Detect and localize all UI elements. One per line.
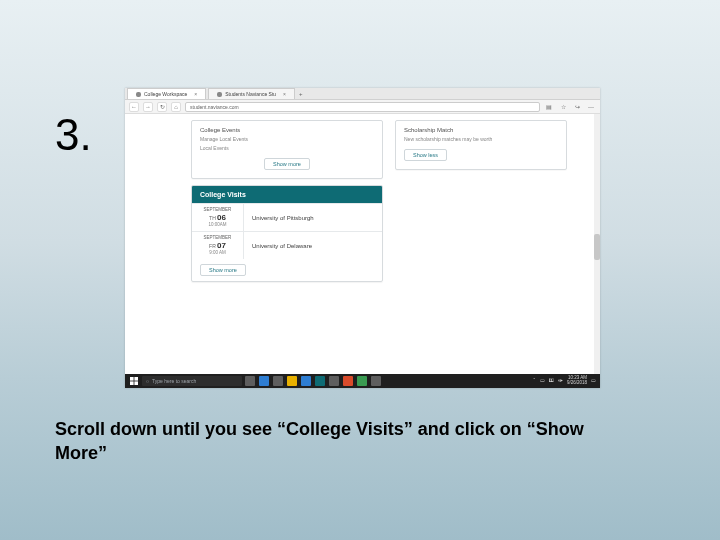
card-line: Manage Local Events bbox=[200, 136, 374, 142]
visit-date: SEPTEMBER FR 07 9:00 AM bbox=[192, 232, 244, 259]
taskbar-app-icon[interactable] bbox=[329, 376, 339, 386]
reader-view-icon[interactable]: ▤ bbox=[544, 102, 554, 112]
college-visit-row[interactable]: SEPTEMBER TH 06 10:00AM University of Pi… bbox=[192, 203, 382, 231]
taskbar-app-icon[interactable] bbox=[273, 376, 283, 386]
show-more-button[interactable]: Show more bbox=[264, 158, 310, 170]
close-icon[interactable]: × bbox=[194, 91, 197, 97]
svg-rect-2 bbox=[130, 381, 134, 385]
favorite-star-icon[interactable]: ☆ bbox=[558, 102, 568, 112]
scholarship-match-card: Scholarship Match New scholarship matche… bbox=[395, 120, 567, 170]
tray-icon[interactable]: ▭ bbox=[540, 379, 545, 384]
step-number: 3. bbox=[55, 110, 92, 160]
card-header: College Visits bbox=[192, 186, 382, 203]
instruction-caption: Scroll down until you see “College Visit… bbox=[55, 418, 630, 465]
visit-school: University of Delaware bbox=[244, 232, 382, 259]
taskbar-app-icon[interactable] bbox=[315, 376, 325, 386]
scrollbar[interactable] bbox=[594, 114, 600, 374]
start-button[interactable] bbox=[129, 376, 139, 386]
visit-dow: FR bbox=[209, 243, 216, 249]
browser-toolbar: ← → ↻ ⌂ student.naviance.com ▤ ☆ ↪ ⋯ bbox=[125, 100, 600, 114]
notifications-icon[interactable]: ▭ bbox=[591, 379, 596, 384]
show-less-button[interactable]: Show less bbox=[404, 149, 447, 161]
address-bar[interactable]: student.naviance.com bbox=[185, 102, 540, 112]
visit-date: SEPTEMBER TH 06 10:00AM bbox=[192, 204, 244, 231]
close-icon[interactable]: × bbox=[283, 91, 286, 97]
taskbar-search[interactable]: ○ Type here to search bbox=[142, 376, 242, 386]
more-options-icon[interactable]: ⋯ bbox=[586, 102, 596, 112]
new-tab-button[interactable]: + bbox=[295, 91, 307, 97]
nav-home-button[interactable]: ⌂ bbox=[171, 102, 181, 112]
svg-rect-1 bbox=[134, 377, 138, 381]
svg-rect-0 bbox=[130, 377, 134, 381]
browser-tab[interactable]: Students Naviance Stu × bbox=[208, 88, 295, 99]
taskbar-app-icon[interactable] bbox=[301, 376, 311, 386]
tab-label: Students Naviance Stu bbox=[225, 91, 276, 97]
college-events-card: College Events Manage Local Events Local… bbox=[191, 120, 383, 179]
browser-tab[interactable]: College Workspace × bbox=[127, 88, 206, 99]
nav-refresh-button[interactable]: ↻ bbox=[157, 102, 167, 112]
scrollbar-thumb[interactable] bbox=[594, 234, 600, 260]
card-title: College Events bbox=[200, 127, 374, 133]
college-visits-card: College Visits SEPTEMBER TH 06 10:00AM U… bbox=[191, 185, 383, 282]
share-icon[interactable]: ↪ bbox=[572, 102, 582, 112]
card-subtext: New scholarship matches may be worth bbox=[404, 136, 558, 142]
tab-label: College Workspace bbox=[144, 91, 187, 97]
windows-taskbar: ○ Type here to search ˄ ▭ ⚿ 🕪 10:23 AM 9… bbox=[125, 374, 600, 388]
taskbar-app-icon[interactable] bbox=[245, 376, 255, 386]
svg-rect-3 bbox=[134, 381, 138, 385]
address-url: student.naviance.com bbox=[190, 104, 239, 110]
search-icon: ○ bbox=[146, 378, 149, 384]
visit-school: University of Pittsburgh bbox=[244, 204, 382, 231]
visit-day: 06 bbox=[217, 213, 226, 222]
embedded-screenshot: College Workspace × Students Naviance St… bbox=[125, 88, 600, 388]
tray-chevron-icon[interactable]: ˄ bbox=[533, 379, 536, 384]
visit-time: 10:00AM bbox=[208, 222, 226, 227]
taskbar-app-icon[interactable] bbox=[357, 376, 367, 386]
taskbar-app-icon[interactable] bbox=[259, 376, 269, 386]
card-line: Local Events bbox=[200, 145, 374, 151]
show-more-button[interactable]: Show more bbox=[200, 264, 246, 276]
wifi-icon[interactable]: ⚿ bbox=[549, 379, 554, 384]
visit-day: 07 bbox=[217, 241, 226, 250]
clock-date: 9/26/2018 bbox=[567, 381, 587, 386]
page-content: College Events Manage Local Events Local… bbox=[125, 114, 600, 374]
taskbar-app-icon[interactable] bbox=[287, 376, 297, 386]
nav-forward-button[interactable]: → bbox=[143, 102, 153, 112]
college-visit-row[interactable]: SEPTEMBER FR 07 9:00 AM University of De… bbox=[192, 231, 382, 259]
nav-back-button[interactable]: ← bbox=[129, 102, 139, 112]
tab-favicon-icon bbox=[217, 92, 222, 97]
browser-tab-strip: College Workspace × Students Naviance St… bbox=[125, 88, 600, 100]
tab-favicon-icon bbox=[136, 92, 141, 97]
card-title: Scholarship Match bbox=[404, 127, 558, 133]
taskbar-app-icon[interactable] bbox=[371, 376, 381, 386]
taskbar-pinned-apps bbox=[245, 376, 381, 386]
visit-dow: TH bbox=[209, 215, 216, 221]
visit-time: 9:00 AM bbox=[209, 250, 226, 255]
taskbar-app-icon[interactable] bbox=[343, 376, 353, 386]
taskbar-clock[interactable]: 10:23 AM 9/26/2018 bbox=[567, 376, 587, 386]
volume-icon[interactable]: 🕪 bbox=[558, 379, 563, 384]
search-placeholder: Type here to search bbox=[152, 378, 196, 384]
